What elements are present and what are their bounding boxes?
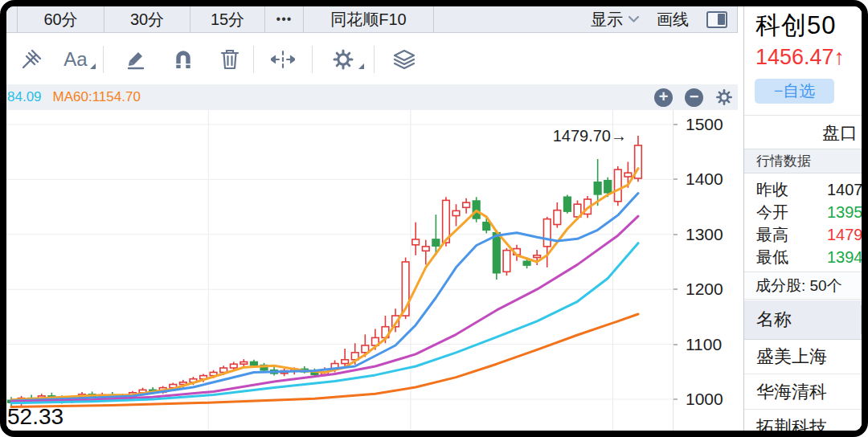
tab-order-book[interactable]: 盘口 bbox=[744, 119, 862, 148]
layers-button[interactable] bbox=[375, 48, 434, 71]
chart-gear-icon[interactable] bbox=[715, 88, 733, 106]
price-axis-tick bbox=[674, 288, 678, 290]
price-axis-label: 1000 bbox=[686, 389, 723, 410]
tab-partial[interactable] bbox=[6, 6, 18, 32]
trash-icon bbox=[219, 48, 240, 71]
index-price: 1456.47↑ bbox=[755, 45, 845, 70]
layers-icon bbox=[392, 48, 416, 71]
candlestick-chart[interactable]: 1479.70→52.33 bbox=[6, 110, 673, 431]
price-axis-tick bbox=[674, 124, 678, 125]
app-window: 60分 30分 15分 ••• 同花顺F10 显示 画线 bbox=[0, 0, 868, 437]
constituents-count: 成分股: 50个 bbox=[744, 272, 862, 300]
price-axis-label: 1500 bbox=[686, 114, 723, 135]
chart-settings-button[interactable] bbox=[313, 48, 374, 71]
tab-60min[interactable]: 60分 bbox=[18, 6, 104, 32]
side-panel-toggle-icon[interactable] bbox=[706, 11, 727, 28]
quote-value: 1394 bbox=[827, 246, 862, 268]
stock-list-header: 名称 bbox=[744, 300, 862, 340]
zoom-out-button[interactable]: − bbox=[685, 88, 703, 107]
tabbar-right-group: 显示 画线 bbox=[591, 6, 737, 32]
quote-label: 最高 bbox=[756, 223, 788, 246]
price-axis-tick bbox=[674, 398, 678, 400]
screen: 60分 30分 15分 ••• 同花顺F10 显示 画线 bbox=[6, 6, 862, 431]
price-axis: 100011001200130014001500 bbox=[673, 110, 743, 431]
display-menu[interactable]: 显示 bbox=[591, 9, 639, 31]
side-panel-toggle-fill bbox=[718, 14, 725, 25]
quote-value: 1395 bbox=[827, 201, 862, 223]
text-tool-label: Aa bbox=[63, 48, 87, 71]
quote-row-prev-close: 昨收 1407 bbox=[744, 178, 862, 201]
tab-ths-f10[interactable]: 同花顺F10 bbox=[304, 6, 434, 32]
toolbar-separator bbox=[103, 46, 104, 73]
text-tool-caret bbox=[90, 63, 96, 69]
remove-watchlist-button[interactable]: −自选 bbox=[755, 79, 834, 104]
stock-list-item[interactable]: 盛美上海 bbox=[744, 340, 862, 374]
pitchfork-tool-button[interactable] bbox=[6, 48, 56, 71]
price-axis-label: 1400 bbox=[686, 169, 723, 190]
tabbar-spacer bbox=[434, 6, 591, 32]
stock-list-item[interactable]: 拓荆科技 bbox=[744, 410, 862, 431]
ma60-label: MA60:1154.70 bbox=[53, 89, 141, 105]
column-divider bbox=[861, 305, 862, 334]
panel-divider bbox=[744, 115, 862, 116]
chart-canvas: 1479.70→52.33 bbox=[6, 110, 673, 431]
tab-15min[interactable]: 15分 bbox=[190, 6, 265, 32]
market-data-header: 行情数据 bbox=[744, 149, 862, 174]
tab-30min[interactable]: 30分 bbox=[104, 6, 190, 32]
quote-label: 最低 bbox=[756, 246, 788, 268]
display-menu-label: 显示 bbox=[591, 9, 623, 31]
ma30-partial-label: 84.09 bbox=[7, 89, 42, 105]
magnet-icon bbox=[172, 48, 194, 71]
draw-line-button[interactable]: 画线 bbox=[657, 9, 689, 31]
horizontal-expand-button[interactable] bbox=[254, 50, 312, 69]
quote-label: 今开 bbox=[756, 201, 788, 223]
price-axis-label: 1200 bbox=[686, 279, 723, 300]
settings-caret bbox=[358, 63, 364, 69]
quote-value: 1407 bbox=[827, 178, 862, 201]
quote-panel: 科创50 1456.47↑ −自选 盘口 行情数据 昨收 1407 今开 139… bbox=[743, 6, 862, 431]
gear-icon bbox=[332, 48, 354, 71]
chevron-down-icon bbox=[628, 16, 639, 22]
name-column-header: 名称 bbox=[756, 308, 792, 332]
price-axis-label: 1300 bbox=[686, 224, 723, 245]
text-tool-button[interactable]: Aa bbox=[56, 48, 103, 71]
delete-drawings-button[interactable] bbox=[207, 48, 253, 71]
period-tab-bar: 60分 30分 15分 ••• 同花顺F10 显示 画线 bbox=[6, 6, 738, 33]
marker-tool-button[interactable] bbox=[112, 48, 160, 71]
drawing-toolbar: Aa bbox=[6, 34, 738, 84]
ma-label-bar: 84.09 MA60:1154.70 + − bbox=[6, 84, 738, 110]
quote-row-high: 最高 1479 bbox=[744, 223, 862, 246]
pitchfork-icon bbox=[20, 48, 43, 71]
price-axis-tick bbox=[674, 178, 678, 180]
draw-line-label: 画线 bbox=[657, 9, 689, 31]
quote-label: 昨收 bbox=[756, 178, 788, 201]
tab-more-periods[interactable]: ••• bbox=[265, 6, 304, 32]
price-axis-label: 1100 bbox=[686, 334, 722, 355]
quote-row-low: 最低 1394 bbox=[744, 246, 862, 268]
quote-row-open: 今开 1395 bbox=[744, 201, 862, 223]
zoom-in-button[interactable]: + bbox=[654, 88, 673, 107]
marker-pen-icon bbox=[125, 48, 147, 71]
price-axis-tick bbox=[674, 344, 678, 345]
svg-text:1479.70→: 1479.70→ bbox=[553, 127, 627, 145]
quote-value: 1479 bbox=[827, 223, 862, 246]
magnet-tool-button[interactable] bbox=[160, 48, 207, 71]
horizontal-expand-icon bbox=[271, 50, 295, 69]
index-name: 科创50 bbox=[755, 9, 836, 43]
svg-text:52.33: 52.33 bbox=[7, 404, 63, 429]
stock-list-item[interactable]: 华海清科 bbox=[744, 375, 862, 410]
chart-zoom-controls: + − bbox=[654, 84, 735, 110]
price-axis-tick bbox=[674, 234, 678, 235]
